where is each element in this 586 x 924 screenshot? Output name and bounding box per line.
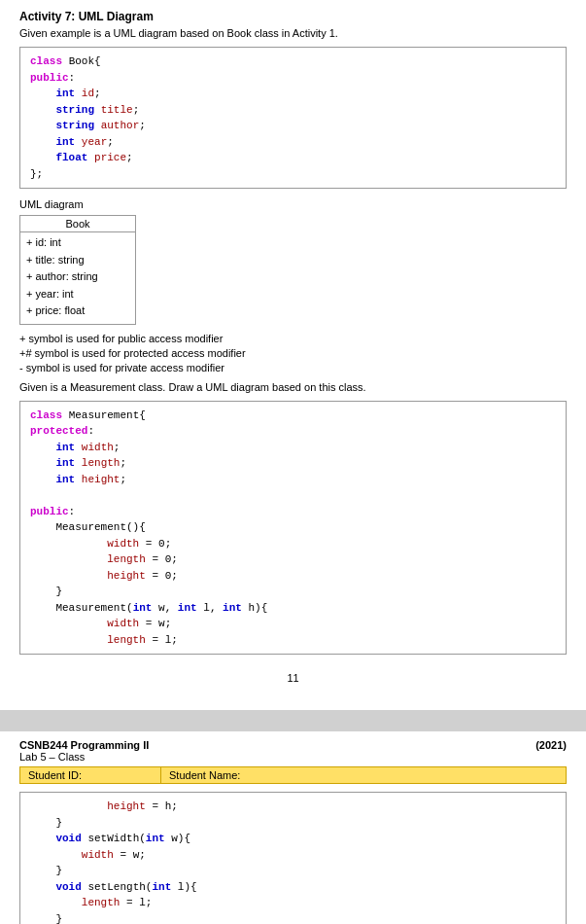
uml-field: + title: string xyxy=(26,252,129,269)
code-line: void setWidth(int w){ xyxy=(30,831,556,847)
code-line: width = w; xyxy=(30,616,556,632)
student-bar: Student ID: Student Name: xyxy=(19,766,567,784)
lab-sub: Lab 5 – Class xyxy=(19,751,149,763)
symbol-minus: - symbol is used for private access modi… xyxy=(19,362,567,373)
code-line: string title; xyxy=(30,102,556,119)
code-line: string author; xyxy=(30,118,556,134)
code-line: int height; xyxy=(30,472,556,488)
code-line: } xyxy=(30,815,556,832)
page-1: Activity 7: UML Diagram Given example is… xyxy=(0,0,586,710)
code-line: void setLength(int l){ xyxy=(30,879,556,896)
lab-header: CSNB244 Programming II Lab 5 – Class (20… xyxy=(0,731,586,766)
code-line: } xyxy=(30,911,556,924)
code-block-book: class Book{ public: int id; string title… xyxy=(19,47,567,189)
uml-field: + id: int xyxy=(26,234,129,252)
code-line: public: xyxy=(30,70,556,87)
code-line: height = h; xyxy=(30,799,556,815)
code-line: int id; xyxy=(30,86,556,102)
page-separator xyxy=(0,710,586,731)
code-line: }; xyxy=(30,166,556,183)
code-line: length = l; xyxy=(30,632,556,649)
symbol-hash: +# symbol is used for protected access m… xyxy=(19,347,567,359)
code-line: length = l; xyxy=(30,895,556,911)
code-line: width = 0; xyxy=(30,536,556,552)
page-content: Activity 7: UML Diagram Given example is… xyxy=(0,0,586,710)
student-name-label: Student Name: xyxy=(161,767,566,783)
code-line: height = 0; xyxy=(30,568,556,585)
code-line: int length; xyxy=(30,455,556,472)
lab-title: CSNB244 Programming II xyxy=(19,739,149,751)
code-line: protected: xyxy=(30,423,556,440)
uml-field: + price: float xyxy=(26,302,129,320)
uml-body: + id: int + title: string + author: stri… xyxy=(20,232,135,324)
lab-header-left: CSNB244 Programming II Lab 5 – Class xyxy=(19,739,149,763)
student-id-label: Student ID: xyxy=(20,767,161,783)
code-line: int width; xyxy=(30,440,556,456)
activity-desc: Given example is a UML diagram based on … xyxy=(19,27,567,39)
symbol-legend: + symbol is used for public access modif… xyxy=(19,333,567,373)
code-block-measurement: class Measurement{ protected: int width;… xyxy=(19,401,567,656)
code-line: } xyxy=(30,584,556,600)
code-line: int year; xyxy=(30,134,556,151)
uml-class-name: Book xyxy=(20,216,135,232)
code-line: Measurement(){ xyxy=(30,519,556,536)
code-block-measurement-cont: height = h; } void setWidth(int w){ widt… xyxy=(19,792,567,924)
code-line: float price; xyxy=(30,150,556,166)
code-line: Measurement(int w, int l, int h){ xyxy=(30,600,556,617)
given-measurement-text: Given is a Measurement class. Draw a UML… xyxy=(19,381,567,393)
code-line xyxy=(30,487,556,504)
page-2: CSNB244 Programming II Lab 5 – Class (20… xyxy=(0,731,586,924)
code-line: public: xyxy=(30,504,556,520)
symbol-plus: + symbol is used for public access modif… xyxy=(19,333,567,344)
uml-label: UML diagram xyxy=(19,198,567,210)
activity-title: Activity 7: UML Diagram xyxy=(19,10,567,23)
code-line: class Book{ xyxy=(30,53,556,70)
lab-year: (2021) xyxy=(535,739,567,763)
code-line: class Measurement{ xyxy=(30,408,556,424)
code-line: width = w; xyxy=(30,847,556,864)
code-line: length = 0; xyxy=(30,551,556,568)
uml-field: + author: string xyxy=(26,268,129,286)
uml-field: + year: int xyxy=(26,286,129,303)
uml-diagram: Book + id: int + title: string + author:… xyxy=(19,215,136,325)
page-number: 11 xyxy=(19,664,567,695)
code-line: } xyxy=(30,863,556,879)
